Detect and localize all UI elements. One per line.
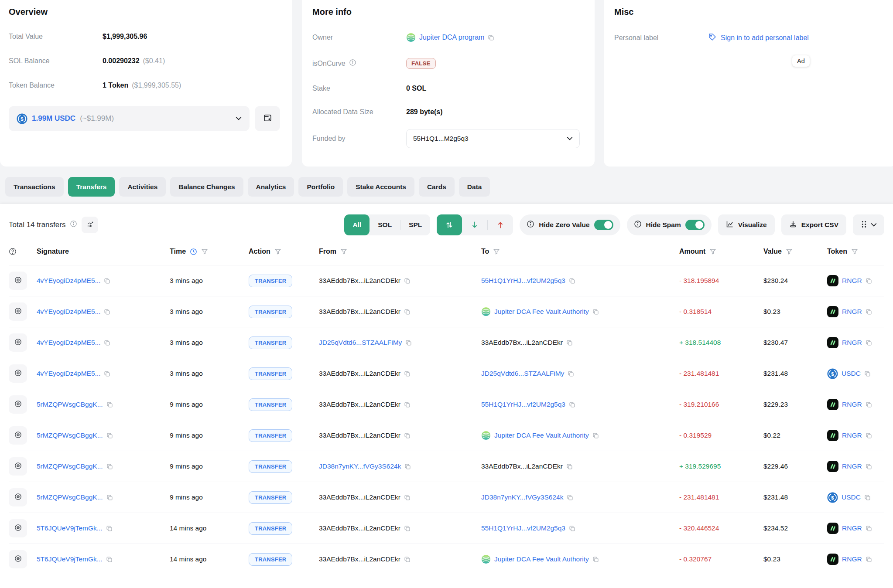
- tab-transfers[interactable]: Transfers: [68, 177, 115, 197]
- token-link[interactable]: RNGR: [842, 401, 862, 408]
- token-link[interactable]: RNGR: [842, 462, 862, 470]
- copy-to-icon[interactable]: [569, 401, 575, 408]
- preview-button[interactable]: [9, 426, 27, 445]
- visualize-button[interactable]: Visualize: [718, 214, 775, 235]
- preview-button[interactable]: [9, 457, 27, 476]
- token-link[interactable]: RNGR: [842, 339, 862, 347]
- signature-link[interactable]: 4vYEyogiDz4pME5...: [37, 277, 100, 285]
- to-address[interactable]: 55H1Q1YrHJ...vf2UM2g5q3: [481, 524, 565, 532]
- preview-button[interactable]: [9, 488, 27, 506]
- preview-button[interactable]: [9, 395, 27, 414]
- token-link[interactable]: USDC: [842, 370, 861, 377]
- token-link[interactable]: RNGR: [842, 277, 862, 285]
- to-address[interactable]: JD25qVdtd6...STZAALFiMy: [481, 370, 564, 377]
- copy-to-icon[interactable]: [567, 494, 573, 501]
- filter-icon[interactable]: [786, 248, 793, 255]
- copy-from-icon[interactable]: [404, 370, 411, 377]
- to-address[interactable]: 55H1Q1YrHJ...vf2UM2g5q3: [481, 401, 565, 408]
- copy-from-icon[interactable]: [404, 556, 411, 563]
- signature-link[interactable]: 4vYEyogiDz4pME5...: [37, 308, 100, 316]
- transfers-chart-button[interactable]: [82, 217, 98, 233]
- preview-button[interactable]: [9, 333, 27, 352]
- copy-token-icon[interactable]: [864, 370, 871, 377]
- copy-to-icon[interactable]: [569, 278, 575, 284]
- copy-token-icon[interactable]: [866, 463, 872, 470]
- filter-icon[interactable]: [851, 248, 858, 255]
- copy-signature-icon[interactable]: [104, 370, 110, 377]
- hide-spam-toggle[interactable]: [685, 220, 705, 230]
- copy-signature-icon[interactable]: [104, 309, 110, 315]
- copy-to-icon[interactable]: [569, 525, 575, 532]
- token-link[interactable]: RNGR: [842, 555, 862, 563]
- copy-to-icon[interactable]: [592, 556, 599, 563]
- copy-signature-icon[interactable]: [106, 556, 113, 563]
- copy-token-icon[interactable]: [866, 525, 872, 532]
- copy-from-icon[interactable]: [405, 340, 412, 346]
- arrow-up-button[interactable]: [488, 214, 513, 235]
- copy-to-icon[interactable]: [566, 340, 573, 346]
- hide-zero-value-toggle[interactable]: [594, 220, 613, 230]
- copy-to-icon[interactable]: [592, 432, 599, 439]
- token-link[interactable]: RNGR: [842, 524, 862, 532]
- signature-link[interactable]: 5T6JQUeV9jTemGk...: [37, 524, 103, 532]
- token-link[interactable]: USDC: [842, 493, 861, 501]
- preview-button[interactable]: [9, 272, 27, 290]
- token-selector-dropdown[interactable]: $ 1.99M USDC (~$1.99M): [9, 106, 250, 131]
- to-address[interactable]: Jupiter DCA Fee Vault Authority: [494, 432, 589, 439]
- copy-from-icon[interactable]: [404, 494, 411, 501]
- tab-transactions[interactable]: Transactions: [5, 177, 64, 197]
- token-link[interactable]: RNGR: [842, 308, 862, 316]
- tab-portfolio[interactable]: Portfolio: [298, 177, 343, 197]
- copy-to-icon[interactable]: [566, 463, 573, 470]
- scope-option-all[interactable]: All: [344, 214, 370, 235]
- signature-link[interactable]: 5rMZQPWsgCBggK...: [37, 493, 103, 501]
- filter-icon[interactable]: [340, 248, 347, 255]
- filter-icon[interactable]: [709, 248, 716, 255]
- portfolio-panel-button[interactable]: [255, 106, 280, 131]
- clock-icon[interactable]: [190, 248, 197, 255]
- copy-signature-icon[interactable]: [106, 432, 113, 439]
- copy-from-icon[interactable]: [404, 525, 411, 532]
- to-address[interactable]: 55H1Q1YrHJ...vf2UM2g5q3: [481, 277, 565, 285]
- copy-to-icon[interactable]: [592, 309, 599, 315]
- copy-signature-icon[interactable]: [106, 401, 113, 408]
- copy-from-icon[interactable]: [404, 278, 411, 284]
- arrow-down-button[interactable]: [462, 214, 487, 235]
- scope-option-spl[interactable]: SPL: [400, 214, 430, 235]
- copy-signature-icon[interactable]: [104, 340, 110, 346]
- copy-signature-icon[interactable]: [106, 525, 113, 532]
- copy-token-icon[interactable]: [866, 556, 872, 563]
- copy-signature-icon[interactable]: [106, 463, 113, 470]
- preview-button[interactable]: [9, 550, 27, 568]
- copy-token-icon[interactable]: [866, 401, 872, 408]
- filter-icon[interactable]: [274, 248, 281, 255]
- copy-signature-icon[interactable]: [106, 494, 113, 501]
- copy-from-icon[interactable]: [404, 309, 411, 315]
- owner-link[interactable]: Jupiter DCA program: [419, 34, 484, 41]
- from-address[interactable]: JD38n7ynKY...fVGy3S624k: [319, 462, 401, 470]
- signature-link[interactable]: 4vYEyogiDz4pME5...: [37, 339, 100, 347]
- tab-stake-accounts[interactable]: Stake Accounts: [347, 177, 414, 197]
- export-csv-button[interactable]: Export CSV: [781, 214, 846, 235]
- signature-link[interactable]: 5rMZQPWsgCBggK...: [37, 462, 103, 470]
- tab-cards[interactable]: Cards: [419, 177, 455, 197]
- copy-from-icon[interactable]: [404, 463, 411, 470]
- preview-button[interactable]: [9, 364, 27, 383]
- tab-data[interactable]: Data: [459, 177, 490, 197]
- columns-menu-button[interactable]: [853, 214, 884, 235]
- to-address[interactable]: Jupiter DCA Fee Vault Authority: [494, 555, 589, 563]
- filter-icon[interactable]: [201, 248, 208, 255]
- copy-token-icon[interactable]: [866, 432, 872, 439]
- sort-both-button[interactable]: [437, 214, 462, 235]
- copy-to-icon[interactable]: [568, 370, 574, 377]
- copy-token-icon[interactable]: [866, 309, 872, 315]
- sign-in-link[interactable]: Sign in to add personal label: [721, 34, 809, 42]
- ad-badge[interactable]: Ad: [792, 55, 810, 67]
- signature-link[interactable]: 5T6JQUeV9jTemGk...: [37, 555, 103, 563]
- token-link[interactable]: RNGR: [842, 432, 862, 439]
- copy-token-icon[interactable]: [866, 278, 872, 284]
- signature-link[interactable]: 4vYEyogiDz4pME5...: [37, 370, 100, 377]
- funded-by-dropdown[interactable]: 55H1Q1...M2g5q3: [406, 129, 580, 148]
- scope-option-sol[interactable]: SOL: [370, 214, 400, 235]
- tab-activities[interactable]: Activities: [119, 177, 166, 197]
